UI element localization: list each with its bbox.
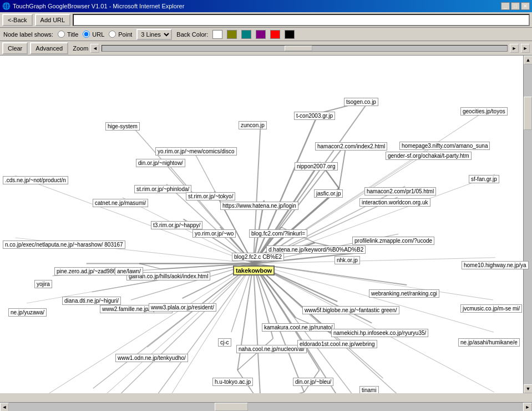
node-www3-plala[interactable]: www3.plala.or.jp/resident/ (149, 303, 216, 312)
node-sf-fan[interactable]: sf-fan.gr.jp (469, 175, 499, 183)
advanced-button[interactable]: Advanced (30, 42, 68, 54)
node-asahi-humikane[interactable]: ne.jp/asahi/humikane/e (458, 338, 520, 347)
app-icon: 🌐 (2, 2, 11, 10)
point-radio-group: Point (109, 31, 132, 38)
node-hatena-login[interactable]: https://www.hatena.ne.jp/login (220, 202, 298, 210)
node-st-rim-tokyo[interactable]: st.rim.or.jp/~tokyo/ (186, 192, 235, 201)
svg-line-54 (104, 263, 253, 393)
node-blog-fc2-link[interactable]: blog.fc2.com/?linkurl= (249, 229, 307, 238)
title-bar-controls: _ □ ✕ (501, 2, 530, 10)
node-tcon[interactable]: t-con2003.gr.jp (294, 112, 335, 120)
url-radio-group: URL (83, 31, 104, 38)
node-diana-dti[interactable]: diana.dti.ne.jp/~higuri/ (62, 297, 121, 305)
node-eldorado[interactable]: eldorado1st.cool.ne.jp/webring (297, 340, 377, 348)
node-hige[interactable]: hige-system (105, 122, 140, 131)
node-cds-ne-jp[interactable]: .cds.ne.jp/~not/product/n (3, 176, 68, 184)
node-st-rim-phinloda[interactable]: st.rim.or.jp/~phinloda/ (134, 185, 191, 193)
center-node[interactable]: takekowbow (233, 265, 275, 275)
node-naha[interactable]: naha.cool.ne.jp/nucleon/al/ (236, 345, 307, 353)
minimize-button[interactable]: _ (501, 2, 510, 10)
back-button[interactable]: <-Back (2, 14, 33, 26)
node-gender-sf[interactable]: gender-sf.org/ochakai/t-party.htm (386, 152, 472, 160)
node-t3-rim-happy[interactable]: t3.rim.or.jp/~happy/ (151, 221, 202, 229)
options-row: Node label shows: Title URL Point 3 Line… (0, 28, 532, 41)
clear-button[interactable]: Clear (2, 42, 28, 54)
color-swatch-teal[interactable] (241, 30, 251, 39)
node-catnet[interactable]: catnet.ne.jp/masumi/ (93, 199, 148, 207)
node-yuzawa[interactable]: ne.jp/yuzawa/ (8, 308, 47, 317)
svg-line-4 (254, 113, 318, 263)
node-kamakura[interactable]: kamakura.cool.ne.jp/runato/ (262, 323, 335, 332)
svg-line-71 (261, 392, 304, 393)
node-interaction-worldcon[interactable]: interaction.worldcon.org.uk (359, 198, 430, 207)
color-swatch-black[interactable] (285, 30, 295, 39)
node-zuncon[interactable]: zuncon.jp (239, 121, 267, 129)
window-title: TouchGraph GoogleBrowser V1.01 - Microso… (13, 3, 184, 9)
node-nhk[interactable]: nhk.or.jp (335, 256, 360, 264)
zoom-left-arrow[interactable]: ◄ (90, 44, 99, 53)
node-hamacon-index[interactable]: hamacon2.com/index2.html (315, 142, 387, 151)
lines-select[interactable]: 3 Lines 1 Line 2 Lines 4 Lines (136, 29, 172, 40)
node-din-bleu[interactable]: din.or.jp/~bleu/ (293, 378, 333, 386)
node-hu-tokyo[interactable]: h.u-tokyo.ac.jp (212, 378, 253, 386)
node-ane-lawn[interactable]: ane/lawn/ (115, 267, 143, 275)
h-scroll-right-button[interactable]: ► (523, 403, 532, 412)
node-yojira[interactable]: yojira (34, 280, 52, 288)
node-profilelink[interactable]: profilelink.zmapple.com/?ucode (352, 237, 434, 245)
close-button[interactable]: ✕ (521, 2, 530, 10)
node-cjc[interactable]: cj-c (218, 338, 231, 347)
svg-line-49 (93, 263, 254, 388)
url-radio-label: URL (92, 31, 104, 38)
node-yo-rim-mew[interactable]: yo.rim.or.jp/~mew/comics/disco (155, 147, 237, 156)
zoom-label: Zoom (73, 45, 88, 52)
node-blog2-fc2[interactable]: blog2.fc2.c CB%E2 (232, 253, 284, 261)
scroll-left-button[interactable]: ◄ (0, 403, 9, 412)
url-radio[interactable] (83, 31, 90, 38)
svg-line-51 (254, 263, 261, 393)
node-din-nightow[interactable]: din.or.jp/~nightow/ (136, 159, 185, 167)
node-webranking[interactable]: webranking.net/ranking.cgi (369, 289, 439, 298)
node-home10-highway[interactable]: home10.highway.ne.jp/ya (462, 261, 529, 269)
node-jvcmusic[interactable]: jvcmusic.co.jp/m-se mi/ (460, 304, 522, 313)
add-url-button[interactable]: Add URL (35, 14, 71, 26)
node-www1-odn-tenkyudho[interactable]: www1.odn.ne.jp/tenkyudho/ (115, 354, 188, 362)
graph-svg (0, 56, 532, 393)
h-scroll-thumb[interactable] (215, 403, 248, 411)
title-radio-label: Title (67, 31, 78, 38)
node-nippon2007[interactable]: nippon2007.org (295, 162, 338, 171)
title-bar-left: 🌐 TouchGraph GoogleBrowser V1.01 - Micro… (2, 2, 184, 10)
node-yo-rim-wo[interactable]: yo.rim.or.jp/~wo (192, 229, 236, 238)
color-swatch-red[interactable] (270, 30, 280, 39)
graph-area[interactable]: takekowbow tsogen.co.jp geocities.jp/toy… (0, 56, 532, 393)
color-swatch-white[interactable] (212, 30, 222, 39)
node-www5f-biglobe[interactable]: www5f.biglobe.ne.jp/~fantastic green/ (302, 306, 399, 314)
node-namekichi[interactable]: namekichi.hp.infoseek.co.jp/ryuryu35/ (331, 329, 428, 337)
h-scroll-track[interactable] (9, 403, 523, 411)
title-radio-group: Title (58, 31, 78, 38)
node-label-shows-text: Node label shows: (3, 31, 53, 38)
horizontal-scrollbar: ◄ ► (0, 402, 532, 411)
color-swatch-olive[interactable] (227, 30, 237, 39)
point-radio-label: Point (118, 31, 132, 38)
scroll-right-arrow[interactable]: ► (521, 44, 530, 53)
title-bar: 🌐 TouchGraph GoogleBrowser V1.01 - Micro… (0, 0, 532, 12)
node-tsogen[interactable]: tsogen.co.jp (344, 98, 378, 106)
node-hamacon-pr1[interactable]: hamacon2.com/pr1/05.html (364, 187, 436, 196)
main-toolbar: <-Back Add URL (0, 12, 532, 28)
back-color-label: Back Color: (176, 31, 208, 38)
svg-line-44 (237, 263, 253, 370)
node-homepage3-amano[interactable]: homepage3.nifty.com/amano_suna (399, 142, 490, 150)
title-radio[interactable] (58, 31, 65, 38)
node-geocities[interactable]: geocities.jp/toyos (460, 107, 508, 116)
node-tinami[interactable]: tinami (359, 386, 379, 393)
maximize-button[interactable]: □ (511, 2, 520, 10)
svg-line-57 (75, 263, 253, 393)
color-swatch-purple[interactable] (256, 30, 266, 39)
zoom-right-arrow[interactable]: ► (510, 44, 519, 53)
svg-line-69 (237, 339, 273, 370)
url-input[interactable] (73, 14, 530, 26)
node-netlaputa[interactable]: n.co.jp/exec/netlaputa.ne.jp/~harashow/ … (3, 240, 125, 249)
point-radio[interactable] (109, 31, 116, 38)
svg-line-50 (158, 263, 254, 393)
node-jasfic[interactable]: jasfic.or.jp (314, 189, 343, 198)
